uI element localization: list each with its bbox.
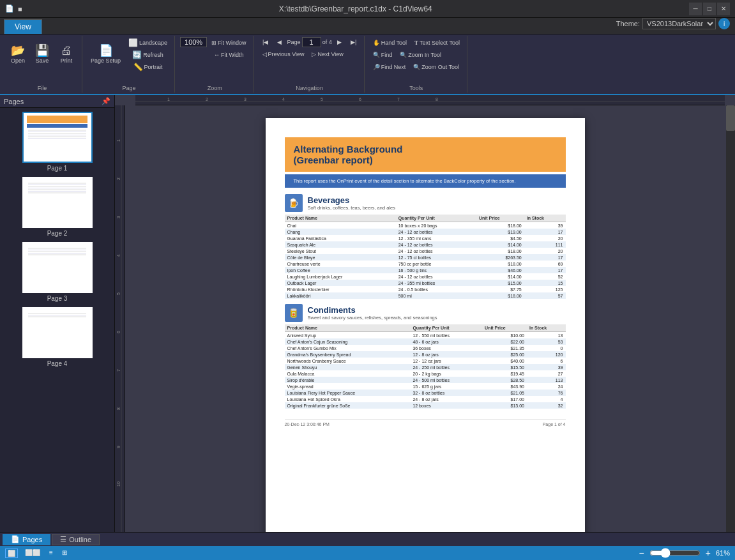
pages-panel-title: Pages: [4, 98, 24, 105]
table-row: Steeleye Stout24 - 12 oz bottles$18.0020: [285, 248, 566, 254]
find-icon: 🔍: [373, 52, 380, 58]
ribbon-group-zoom: ⊞ Fit Window ↔ Fit Width Zoom: [176, 36, 254, 93]
refresh-button[interactable]: 🔄 Refresh: [125, 49, 170, 61]
condiments-title: Condiments: [308, 305, 437, 315]
prev-page-button[interactable]: ◀: [273, 37, 286, 47]
landscape-icon: ⬜: [128, 39, 138, 47]
print-icon: 🖨: [61, 45, 72, 56]
zoom-in-button-status[interactable]: +: [706, 548, 711, 558]
table-row: Chartreuse verte750 cc per bottle$18.006…: [285, 261, 566, 267]
page-thumb-3[interactable]: Page 3: [4, 242, 110, 302]
page-thumb-2[interactable]: Page 2: [4, 177, 110, 237]
page-thumb-label-1: Page 1: [47, 165, 68, 172]
svg-text:2: 2: [206, 97, 208, 102]
text-select-icon: 𝐓: [414, 40, 418, 47]
view-mode-continuous[interactable]: ≡: [47, 549, 55, 558]
view-mode-facing[interactable]: ⬜⬜: [23, 549, 42, 558]
minimize-button[interactable]: ─: [689, 3, 702, 15]
view-mode-grid[interactable]: ⊞: [60, 549, 69, 558]
next-view-button[interactable]: ▷ Next View: [308, 49, 346, 60]
prev-view-icon: ◁: [262, 51, 267, 57]
nav-group-label: Navigation: [259, 84, 360, 91]
theme-bar: Theme: VS2013DarkSolar VS2013Dark VS2013…: [616, 18, 730, 29]
table-row: Grandma's Boysenberry Spread12 - 8 oz ja…: [285, 351, 566, 358]
ribbon-group-page: 📄 Page Setup ⬜ Landscape 🔄 Refresh 📏 Por…: [84, 36, 175, 93]
svg-text:3: 3: [116, 216, 121, 218]
open-button[interactable]: 📂 Open: [6, 37, 29, 72]
text-select-tool-button[interactable]: 𝐓 Text Select Tool: [411, 37, 463, 49]
table-row: Outback Lager24 - 355 ml bottles$15.0015: [285, 280, 566, 286]
refresh-icon: 🔄: [132, 51, 142, 59]
fit-window-button[interactable]: ⊞ Fit Window: [208, 37, 250, 49]
last-page-button[interactable]: ▶|: [347, 37, 360, 47]
tools-group-label: Tools: [370, 84, 463, 91]
prev-view-button[interactable]: ◁ Previous View: [259, 49, 308, 60]
page-thumb-1[interactable]: Page 1: [4, 112, 110, 172]
page-thumb-label-2: Page 2: [47, 230, 68, 237]
info-button[interactable]: i: [718, 18, 730, 29]
titlebar: 📄 ■ X:\testdb\Greenbar_report.c1dx - C1d…: [0, 0, 735, 18]
fit-width-button[interactable]: ↔ Fit Width: [208, 49, 250, 61]
svg-text:10: 10: [116, 481, 121, 487]
next-page-button[interactable]: ▶: [333, 37, 346, 47]
svg-text:1: 1: [167, 97, 170, 102]
ruler-horizontal: 1 2 3 4 5 6 7 8: [135, 95, 725, 105]
page-thumb-label-4: Page 4: [47, 360, 68, 367]
fit-window-icon: ⊞: [211, 40, 216, 46]
hand-tool-button[interactable]: ✋ Hand Tool: [370, 37, 410, 49]
tab-view[interactable]: View: [4, 19, 42, 34]
pages-tab-icon: 📄: [11, 535, 20, 543]
table-row: Aniseed Syrup12 - 550 ml bottles$10.0013: [285, 332, 566, 339]
zoom-in-tool-button[interactable]: 🔍 Zoom In Tool: [397, 49, 444, 61]
outline-tab[interactable]: ☰ Outline: [52, 534, 100, 545]
svg-text:3: 3: [244, 97, 246, 102]
condiments-table: Product Name Quantity Per Unit Unit Pric…: [285, 324, 566, 409]
portrait-button[interactable]: 📏 Portrait: [125, 61, 170, 73]
svg-text:5: 5: [116, 292, 121, 295]
hand-tool-icon: ✋: [373, 40, 380, 46]
section-header-beverages: 🍺 Beverages Soft drinks, coffees, teas, …: [285, 194, 566, 212]
close-button[interactable]: ✕: [717, 3, 730, 15]
page-group-label: Page: [87, 84, 170, 91]
col-qty-per-unit-2: Quantity Per Unit: [410, 324, 482, 332]
col-in-stock: In Stock: [524, 215, 566, 222]
view-mode-single[interactable]: ⬜: [5, 549, 18, 558]
vertical-scrollbar[interactable]: [726, 105, 735, 532]
footer-date: 20-Dec-12 3:00:46 PM: [285, 422, 330, 427]
svg-text:7: 7: [116, 369, 121, 372]
col-qty-per-unit: Quantity Per Unit: [396, 215, 476, 222]
pin-icon[interactable]: 📌: [102, 97, 110, 105]
app-icon: 📄: [5, 4, 14, 13]
find-button[interactable]: 🔍 Find: [370, 49, 396, 61]
page-thumb-4[interactable]: Page 4: [4, 307, 110, 367]
landscape-button[interactable]: ⬜ Landscape: [125, 37, 170, 49]
table-row: Louisiana Fiery Hot Pepper Sauce32 - 8 o…: [285, 390, 566, 396]
theme-select[interactable]: VS2013DarkSolar VS2013Dark VS2013Light O…: [642, 18, 716, 29]
zoom-out-button[interactable]: −: [639, 548, 644, 558]
report-header: Alternating Background (Greenbar report): [285, 137, 566, 172]
zoom-out-icon: 🔍: [413, 64, 420, 70]
outline-tab-icon: ☰: [60, 535, 66, 543]
page-setup-button[interactable]: 📄 Page Setup: [87, 37, 124, 72]
svg-text:4: 4: [116, 254, 121, 257]
save-button[interactable]: 💾 Save: [31, 37, 54, 72]
beverages-subtitle: Soft drinks, coffees, teas, beers, and a…: [308, 205, 395, 211]
zoom-slider[interactable]: [649, 548, 701, 558]
first-page-button[interactable]: |◀: [259, 37, 272, 47]
find-next-button[interactable]: 🔎 Find Next: [370, 61, 409, 73]
pages-tab[interactable]: 📄 Pages: [3, 534, 50, 545]
beverages-title: Beverages: [308, 195, 395, 205]
zoom-input[interactable]: [180, 37, 207, 47]
ribbon-group-tools: ✋ Hand Tool 𝐓 Text Select Tool 🔍 Find 🔍 …: [366, 36, 467, 93]
zoom-out-tool-button[interactable]: 🔍 Zoom Out Tool: [410, 61, 462, 73]
table-row: Northwoods Cranberry Sauce12 - 12 oz jar…: [285, 358, 566, 364]
next-view-icon: ▷: [312, 51, 316, 57]
condiments-icon: 🥫: [285, 304, 303, 322]
print-button[interactable]: 🖨 Print: [55, 37, 78, 72]
table-row: Chef Anton's Gumbo Mix36 boxes$21.350: [285, 345, 566, 351]
page-thumb-img-1: [22, 112, 93, 163]
maximize-button[interactable]: □: [703, 3, 716, 15]
svg-text:9: 9: [116, 446, 121, 448]
content-scroll[interactable]: Alternating Background (Greenbar report)…: [125, 105, 725, 532]
page-number-input[interactable]: [302, 37, 321, 47]
